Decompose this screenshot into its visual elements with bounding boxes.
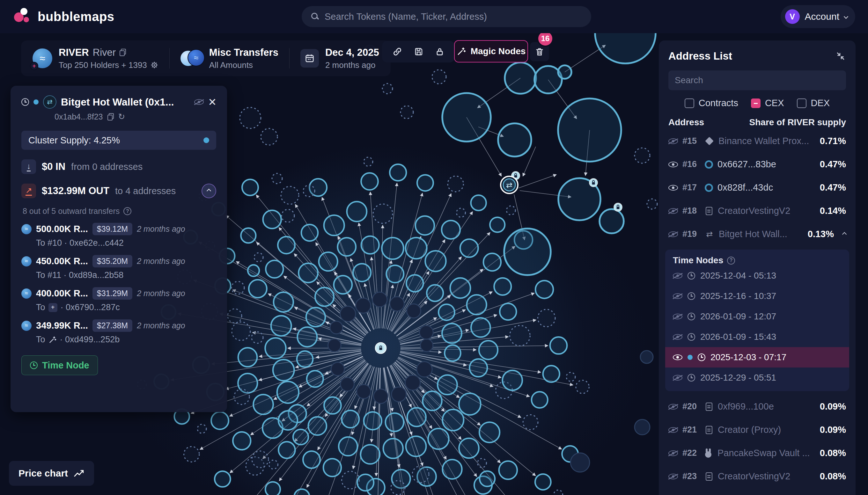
- magic-nodes-button[interactable]: Magic Nodes: [454, 40, 528, 63]
- clock-icon: [687, 292, 695, 300]
- visibility-toggle-icon[interactable]: [673, 293, 682, 299]
- transfer-recipient-link[interactable]: To + · 0x6790...287c: [36, 303, 216, 312]
- address-row[interactable]: #15 Binance Wallet Prox... 0.71%: [659, 130, 855, 153]
- time-node-item[interactable]: 2025-12-29 - 05:51: [665, 368, 849, 388]
- contract-icon: [706, 207, 712, 215]
- svg-text:⇄: ⇄: [506, 181, 513, 189]
- filter-cex[interactable]: CEX: [751, 98, 784, 108]
- address-rank: #15: [682, 136, 700, 146]
- visibility-toggle-icon[interactable]: [668, 185, 678, 191]
- transfer-recipient-link[interactable]: To #10 · 0xe62e...c442: [36, 238, 216, 248]
- address-share: 0.08%: [820, 471, 846, 482]
- share-link-button[interactable]: [392, 47, 402, 57]
- time-node-item[interactable]: 2026-01-09 - 12:07: [665, 306, 849, 327]
- token-icon: ≈: [21, 321, 32, 331]
- transfer-usd-badge: $27.38M: [93, 319, 132, 332]
- clock-icon: [30, 361, 38, 369]
- address-share: 0.09%: [820, 401, 846, 412]
- magic-wand-icon: [49, 336, 57, 344]
- filter-contracts[interactable]: Contracts: [685, 98, 738, 108]
- time-node-label: 2025-12-16 - 10:37: [700, 291, 776, 301]
- bubblemaps-logo-icon: [13, 7, 32, 26]
- address-row[interactable]: #18 CreatorVestingV2 0.14%: [659, 199, 855, 222]
- collapse-outflows-button[interactable]: [202, 184, 216, 198]
- cluster-dot: [203, 137, 209, 143]
- visibility-toggle-icon[interactable]: [668, 404, 678, 410]
- address-search-input[interactable]: [675, 75, 840, 85]
- address-row[interactable]: #20 0xf969...100e 0.09%: [659, 395, 855, 418]
- visibility-toggle-icon[interactable]: [668, 427, 678, 433]
- time-node-item[interactable]: 2025-12-16 - 10:37: [665, 286, 849, 306]
- visibility-toggle-icon[interactable]: [673, 334, 682, 340]
- address-rank: #23: [682, 472, 700, 481]
- address-row[interactable]: #21 Creator (Proxy) 0.09%: [659, 418, 855, 441]
- address-row-expanded[interactable]: #19 ⇄ Bitget Hot Wall... 0.13%: [659, 222, 855, 246]
- checkbox-contracts[interactable]: [685, 99, 694, 108]
- transfer-recipient-link[interactable]: To · 0xd499...252b: [36, 335, 216, 344]
- visibility-toggle-icon[interactable]: [673, 314, 682, 319]
- visibility-toggle-icon[interactable]: [673, 355, 682, 360]
- visibility-toggle-icon[interactable]: [668, 450, 678, 456]
- visibility-toggle-icon[interactable]: [668, 232, 678, 237]
- copy-icon[interactable]: [120, 49, 126, 56]
- help-icon[interactable]: ?: [123, 207, 131, 215]
- column-address: Address: [668, 117, 704, 127]
- chevron-up-icon[interactable]: [842, 232, 847, 236]
- address-row[interactable]: #17 0x828f...43dc 0.47%: [659, 176, 855, 199]
- address-row[interactable]: #22 PancakeSwap Vault ... 0.08%: [659, 441, 855, 465]
- visibility-toggle-icon[interactable]: [668, 138, 678, 144]
- help-icon[interactable]: ?: [727, 257, 735, 264]
- save-button[interactable]: [414, 47, 423, 56]
- visibility-toggle-icon[interactable]: [668, 474, 678, 479]
- calendar-icon: [300, 49, 319, 68]
- checkbox-cex[interactable]: [751, 99, 761, 108]
- date-selector[interactable]: Dec 4, 2025 2 months ago: [300, 47, 379, 70]
- address-list-panel: Address List Contracts CEX DEX: [659, 40, 855, 495]
- address-name: Creator (Proxy): [718, 425, 815, 435]
- time-nodes-panel: Time Nodes ? 2025-12-04 - 05:13 2025-12-…: [665, 250, 849, 391]
- time-node-item-selected[interactable]: 2025-12-03 - 07:17: [665, 347, 849, 368]
- visibility-toggle-icon[interactable]: [668, 208, 678, 214]
- bubblemaps-logo[interactable]: bubblemaps: [13, 7, 115, 26]
- visibility-toggle-icon[interactable]: [668, 161, 678, 167]
- filter-dex[interactable]: DEX: [797, 98, 830, 108]
- visibility-toggle-icon[interactable]: [673, 375, 682, 380]
- lock-button[interactable]: [435, 47, 445, 56]
- account-menu[interactable]: V Account: [781, 5, 855, 28]
- transfer-mode-selector[interactable]: ≈ Misc Transfers All Amounts: [181, 47, 278, 70]
- address-row[interactable]: #23 CreatorVestingV2 0.08%: [659, 465, 855, 488]
- time-node-item[interactable]: 2026-01-09 - 15:43: [665, 327, 849, 347]
- outflow-icon: ↗: [21, 184, 36, 198]
- outflow-sub: to 4 addresses: [115, 186, 176, 197]
- time-node-button[interactable]: Time Node: [21, 355, 98, 375]
- save-icon: [414, 47, 423, 56]
- gear-icon[interactable]: [150, 61, 158, 69]
- address-row[interactable]: #16 0x6627...83be 0.47%: [659, 153, 855, 176]
- token-icon: ≈: [21, 224, 32, 234]
- hide-wallet-icon[interactable]: [194, 99, 204, 105]
- selected-bubble-node: ⇄: [501, 176, 518, 193]
- token-search-bar[interactable]: [302, 6, 591, 27]
- token-summary[interactable]: ≈ + RIVER River Top 250 Holders + 1393: [33, 47, 158, 70]
- visibility-toggle-icon[interactable]: [673, 273, 682, 278]
- time-node-label: 2026-01-09 - 12:07: [700, 311, 776, 322]
- cluster-color-dot: [33, 100, 38, 105]
- refresh-icon[interactable]: ↻: [118, 112, 125, 122]
- transfer-amount: 500.00K R...: [36, 224, 88, 234]
- transfer-amount: 349.99K R...: [36, 320, 88, 331]
- filter-row: Contracts CEX DEX: [668, 98, 846, 108]
- price-chart-button[interactable]: Price chart: [9, 461, 94, 486]
- address-list-title: Address List: [668, 50, 835, 62]
- checkbox-dex[interactable]: [797, 99, 806, 108]
- address-name: Binance Wallet Prox...: [718, 136, 815, 146]
- close-icon[interactable]: ×: [208, 95, 216, 109]
- copy-address-icon[interactable]: [107, 113, 114, 120]
- wave-glyph: ≈: [39, 53, 45, 64]
- token-search-input[interactable]: [324, 12, 582, 22]
- collapse-panel-icon[interactable]: [835, 51, 846, 62]
- address-search-bar[interactable]: [668, 70, 846, 90]
- lock-node-icon: [377, 344, 385, 352]
- time-node-item[interactable]: 2025-12-04 - 05:13: [665, 266, 849, 286]
- holders-subtitle: Top 250 Holders + 1393: [59, 60, 147, 70]
- transfer-recipient-link[interactable]: To #11 · 0xd89a...2b58: [36, 270, 216, 280]
